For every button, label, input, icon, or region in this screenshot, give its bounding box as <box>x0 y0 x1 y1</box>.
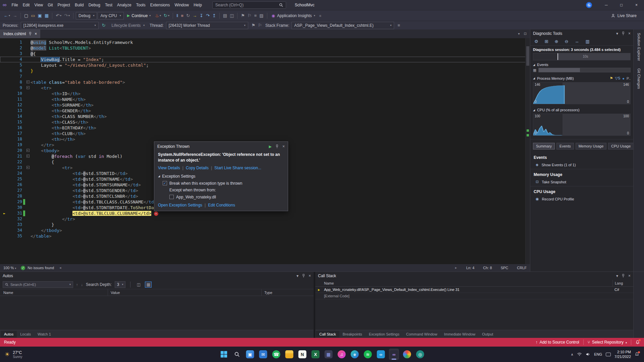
code-line[interactable]: 4 ViewBag.Title = "Index"; <box>0 57 530 62</box>
save-icon[interactable]: ▣ <box>37 13 43 18</box>
search-next-icon[interactable]: ↓ <box>81 283 83 287</box>
scroll-left-icon[interactable]: ◄ <box>59 266 62 269</box>
callstack-row[interactable]: [External Code] <box>315 293 633 299</box>
menu-item-file[interactable]: File <box>9 2 20 8</box>
exception-settings-expander[interactable]: ◢ Exception Settings <box>158 174 284 179</box>
code-line[interactable]: 17 <th>CLUB</th> <box>0 131 530 136</box>
window-position-icon[interactable]: ▾ <box>616 274 618 278</box>
float-window-icon[interactable]: ⊡ <box>524 32 527 36</box>
lifecycle-refresh-icon[interactable]: ↻ <box>101 22 107 28</box>
editor-scrollbar[interactable] <box>525 38 530 264</box>
breakpoint-margin[interactable] <box>0 148 9 154</box>
scrollbar-thumb[interactable] <box>526 46 529 66</box>
fold-marker[interactable]: − <box>25 85 31 91</box>
breakpoint-margin[interactable] <box>0 199 9 205</box>
diag-tab-summary[interactable]: Summary <box>533 143 555 149</box>
code-line[interactable]: 3@{ <box>0 51 530 57</box>
breakpoint-margin[interactable] <box>0 193 9 199</box>
search-button[interactable] <box>232 349 242 360</box>
breakpoint-margin[interactable] <box>0 85 9 91</box>
breakpoint-margin[interactable] <box>0 79 9 85</box>
start-button[interactable] <box>219 349 229 360</box>
mail-app[interactable]: ✉ <box>258 349 268 360</box>
menu-item-analyze[interactable]: Analyze <box>115 2 134 8</box>
column-name[interactable]: Name <box>323 281 612 285</box>
menu-item-extensions[interactable]: Extensions <box>148 2 172 8</box>
process-memory-header[interactable]: ◢ Process Memory (MB) ⚑ ▽S ● P.. <box>530 74 633 81</box>
breakpoint-margin[interactable] <box>0 102 9 108</box>
callstack-row[interactable]: ►App_Web_rcnateky.dll!ASP._Page_Views_De… <box>315 287 633 293</box>
break-when-thrown-checkbox[interactable]: ✓ Break when this exception type is thro… <box>163 181 284 186</box>
restart-app-icon[interactable]: ↻▾ <box>163 13 170 18</box>
menu-item-git[interactable]: Git <box>45 2 55 8</box>
close-button[interactable]: × <box>629 0 644 10</box>
pin-icon[interactable] <box>275 144 279 148</box>
maximize-button[interactable]: □ <box>614 0 629 10</box>
fold-marker[interactable]: − <box>25 154 31 159</box>
code-line[interactable]: 15 <th>CLASS</th> <box>0 119 530 125</box>
zoom-out-icon[interactable]: ⊖ <box>564 39 569 44</box>
breakpoint-margin[interactable] <box>0 222 9 228</box>
menu-item-test[interactable]: Test <box>103 2 115 8</box>
menu-item-build[interactable]: Build <box>72 2 86 8</box>
tray-chevron-icon[interactable]: ∧ <box>571 353 573 356</box>
tab-call-stack[interactable]: Call Stack <box>316 331 339 338</box>
flag-icon[interactable]: ⚑ <box>251 22 257 28</box>
autos-grid-body[interactable] <box>0 296 314 330</box>
breakpoint-margin[interactable] <box>0 45 9 51</box>
breakpoint-margin[interactable] <box>0 91 9 97</box>
code-line[interactable]: 14 <th>CLASS NUMBER</th> <box>0 114 530 119</box>
breakpoint-margin[interactable] <box>0 136 9 142</box>
diag-tab-events[interactable]: Events <box>556 143 574 149</box>
eol-indicator[interactable]: CRLF <box>517 266 527 270</box>
immediate-window-icon[interactable]: ▤ <box>222 13 228 18</box>
notion-app[interactable]: N <box>298 349 308 360</box>
watch-window-icon[interactable]: ◫ <box>229 13 235 18</box>
menu-item-edit[interactable]: Edit <box>20 2 32 8</box>
teams-app[interactable]: ▦ <box>324 349 334 360</box>
spotify-app[interactable]: ≋ <box>363 349 373 360</box>
touch-keyboard-icon[interactable] <box>606 353 611 356</box>
tab-locals[interactable]: Locals <box>17 331 34 338</box>
settings-gear-icon[interactable]: ⚙ <box>533 39 539 44</box>
menu-item-window[interactable]: Window <box>172 2 191 8</box>
breakpoint-margin[interactable] <box>0 108 9 114</box>
record-cpu-profile-button[interactable]: ◉ Record CPU Profile <box>530 195 633 203</box>
menu-item-debug[interactable]: Debug <box>86 2 103 8</box>
pin-icon[interactable] <box>622 274 625 278</box>
tab-output[interactable]: Output <box>479 331 496 338</box>
diag-tab-cpu-usage[interactable]: CPU Usage <box>608 143 633 149</box>
step-out-icon[interactable]: ↥ <box>211 13 217 18</box>
breakpoint-margin[interactable] <box>0 159 9 165</box>
code-line[interactable]: 35</table> <box>0 233 530 239</box>
clock[interactable]: 2:10 PM 7/21/2022 <box>614 350 631 359</box>
events-grid-icon[interactable]: ▦ <box>533 68 536 72</box>
columns-toggle-icon[interactable]: ▦ <box>145 282 152 288</box>
code-line[interactable]: 2@model List<TBLSTUDENT> <box>0 45 530 51</box>
tab-exception-settings[interactable]: Exception Settings <box>366 331 403 338</box>
fold-marker[interactable]: − <box>25 165 31 171</box>
code-line[interactable]: 7 <box>0 74 530 79</box>
breakpoint-margin[interactable] <box>0 142 9 148</box>
reset-view-icon[interactable]: ↔ <box>574 39 580 44</box>
notifications-bell-button[interactable] <box>635 340 640 345</box>
pin-icon[interactable] <box>302 274 305 278</box>
continue-button[interactable]: ▶ Continue ▾ <box>124 12 154 19</box>
search-depth-dropdown[interactable]: 3▾ <box>115 281 126 288</box>
breakpoint-margin[interactable] <box>0 228 9 233</box>
hot-reload-icon[interactable]: ♨▾ <box>154 13 162 18</box>
lifecycle-events-dropdown[interactable]: Lifecycle Events▾ <box>109 22 148 29</box>
cpu-chart[interactable]: 100 100 0 0 <box>533 114 631 136</box>
pin-icon[interactable] <box>622 32 625 36</box>
menu-item-help[interactable]: Help <box>191 2 204 8</box>
breakpoint-margin[interactable] <box>0 97 9 102</box>
menu-item-project[interactable]: Project <box>55 2 72 8</box>
code-line[interactable]: 9− <tr> <box>0 85 530 91</box>
pin-icon[interactable] <box>29 32 32 36</box>
stack-frame-menu-icon[interactable]: ≡ <box>396 22 401 28</box>
code-line[interactable]: 16 <th>BIRTHDAY</th> <box>0 125 530 131</box>
strip-tab-solution-explorer[interactable]: Solution Explorer <box>637 33 641 61</box>
comment-icon[interactable]: ≡ <box>253 13 258 18</box>
menu-item-tools[interactable]: Tools <box>134 2 148 8</box>
step-into-icon[interactable]: ↧ <box>199 13 204 18</box>
